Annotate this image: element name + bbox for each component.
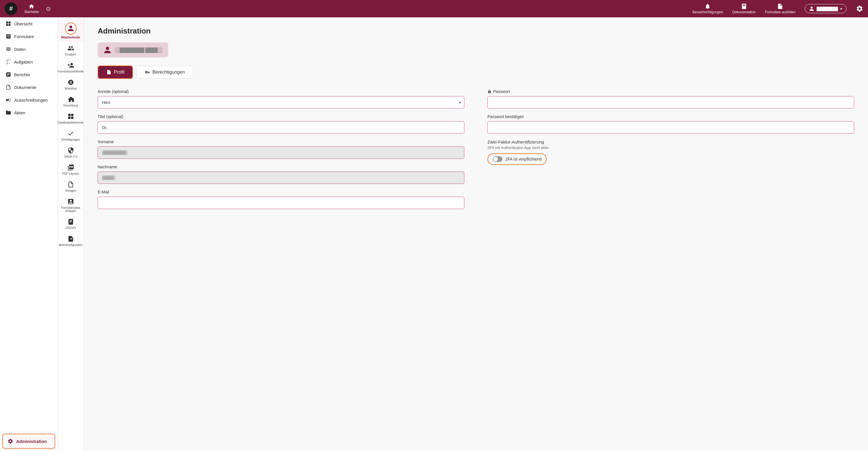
sidebar-item-akten[interactable]: Akten bbox=[0, 106, 58, 119]
titel-input[interactable] bbox=[98, 121, 464, 134]
sidebar-label-berichte: Berichte bbox=[14, 72, 30, 77]
sub-label-einwilligungen: Einwilligungen bbox=[62, 138, 80, 141]
user-banner: ████████ ████ bbox=[98, 42, 168, 58]
app-logo[interactable]: # bbox=[5, 2, 17, 15]
titel-group: Titel (optional) bbox=[98, 114, 464, 134]
tasks-icon bbox=[5, 59, 11, 65]
user-avatar-icon bbox=[103, 46, 112, 54]
sub-item-einrichtung[interactable]: Einrichtung bbox=[58, 93, 84, 110]
sub-item-dsgvo[interactable]: DSGVO bbox=[58, 215, 84, 232]
sidebar-item-uebersicht[interactable]: Übersicht bbox=[0, 17, 58, 30]
administration-nav-item[interactable]: Administration bbox=[2, 434, 55, 449]
key-icon bbox=[145, 70, 150, 75]
form-left-column: Anrede (optional) Herr Frau Divers ▾ Tit… bbox=[98, 89, 464, 215]
passwort-label: Passwort bbox=[488, 89, 854, 94]
twofa-title: Zwei-Faktor-Authentifizierung bbox=[488, 139, 854, 144]
sidebar-label-uebersicht: Übersicht bbox=[14, 21, 32, 26]
dsgvo-icon bbox=[67, 218, 74, 225]
user-name: ████████ bbox=[816, 7, 838, 11]
home-nav-item[interactable]: Startseite bbox=[24, 3, 39, 14]
branding-icon bbox=[67, 79, 74, 86]
passwort-bestaetigen-label: Passwort bestätigen bbox=[488, 114, 854, 119]
passwort-bestaetigen-group: Passwort bestätigen bbox=[488, 114, 854, 134]
sub-label-aktenkonfiguration: Aktenkonfiguration bbox=[59, 244, 83, 247]
toggle-switch[interactable] bbox=[493, 156, 502, 162]
email-group: E-Mail bbox=[98, 190, 464, 209]
passwort-bestaetigen-input[interactable] bbox=[488, 121, 854, 134]
twofa-toggle[interactable]: 2FA ist verpflichtend bbox=[488, 153, 547, 165]
notifications-nav-item[interactable]: Benachrichtigungen bbox=[692, 3, 723, 14]
vorname-input[interactable] bbox=[98, 147, 464, 159]
tab-berechtigung-label: Berechtigungen bbox=[152, 70, 185, 75]
main-layout: Übersicht Formulare Daten Aufgaben Beric… bbox=[0, 17, 868, 451]
sidebar-bottom: Administration bbox=[0, 431, 58, 451]
sub-item-vorlagen[interactable]: Vorlagen bbox=[58, 178, 84, 195]
passwort-group: Passwort bbox=[488, 89, 854, 108]
sidebar-label-ausschreibungen: Ausschreibungen bbox=[14, 98, 48, 102]
sidebar-item-daten[interactable]: Daten bbox=[0, 43, 58, 56]
sub-item-branding[interactable]: Branding bbox=[58, 76, 84, 93]
sub-item-einwilligungen[interactable]: Einwilligungen bbox=[58, 127, 84, 144]
tab-profil[interactable]: Profil bbox=[98, 66, 133, 79]
main-content: Administration ████████ ████ Profil Bere… bbox=[84, 17, 868, 451]
email-input[interactable] bbox=[98, 197, 464, 209]
megaphone-icon bbox=[5, 97, 11, 103]
sub-item-pdf[interactable]: PDF Layouts bbox=[58, 161, 84, 178]
sidebar-label-akten: Akten bbox=[14, 110, 25, 115]
chevron-down-icon: ▾ bbox=[840, 7, 842, 11]
sidebar-item-formulare[interactable]: Formulare bbox=[0, 30, 58, 43]
sub-item-dashboardelemente[interactable]: Dashboardelemente bbox=[58, 110, 84, 127]
settings-icon[interactable] bbox=[856, 5, 863, 12]
anrede-label: Anrede (optional) bbox=[98, 89, 464, 94]
nachname-input[interactable] bbox=[98, 171, 464, 184]
nachname-label: Nachname bbox=[98, 165, 464, 169]
sub-sidebar: Mitarbeitende Gruppen Formularausfüllend… bbox=[58, 17, 84, 451]
sidebar-label-aufgaben: Aufgaben bbox=[14, 60, 33, 64]
tab-berechtigung[interactable]: Berechtigungen bbox=[136, 66, 193, 78]
admin-label: Administration bbox=[16, 439, 47, 444]
pdf-icon bbox=[67, 164, 74, 171]
profile-tabs: Profil Berechtigungen bbox=[98, 66, 854, 79]
sub-label-oauth: OAuth 2.0 bbox=[64, 155, 77, 158]
dashboard-icon bbox=[67, 113, 74, 120]
documentation-label: Dokumentation bbox=[733, 10, 756, 14]
sub-item-oauth[interactable]: OAuth 2.0 bbox=[58, 144, 84, 161]
sub-item-formularausfuellende[interactable]: Formularausfüllende bbox=[58, 59, 84, 76]
sidebar-item-aufgaben[interactable]: Aufgaben bbox=[0, 56, 58, 68]
sub-label-vorlagen: Vorlagen bbox=[65, 189, 76, 192]
building-icon bbox=[67, 96, 74, 103]
sub-item-formularstatus[interactable]: Formularstatus vorlagen bbox=[58, 195, 84, 215]
bell-icon bbox=[705, 3, 711, 9]
sub-label-einrichtung: Einrichtung bbox=[63, 104, 78, 107]
passwort-input[interactable] bbox=[488, 96, 854, 108]
user-menu[interactable]: ████████ ▾ bbox=[805, 4, 847, 13]
anrede-select[interactable]: Herr Frau Divers bbox=[98, 96, 464, 108]
consent-icon bbox=[67, 130, 74, 137]
sidebar-item-berichte[interactable]: Berichte bbox=[0, 68, 58, 81]
sub-item-aktenkonfiguration[interactable]: Aktenkonfiguration bbox=[58, 232, 84, 250]
folder-icon bbox=[5, 110, 11, 116]
profile-form: Anrede (optional) Herr Frau Divers ▾ Tit… bbox=[98, 89, 854, 215]
person-icon bbox=[67, 25, 74, 32]
docs-icon bbox=[5, 84, 11, 90]
anrede-group: Anrede (optional) Herr Frau Divers ▾ bbox=[98, 89, 464, 108]
user-display-name: ████████ ████ bbox=[115, 47, 162, 53]
twofa-toggle-label: 2FA ist verpflichtend bbox=[505, 157, 541, 161]
sub-item-mitarbeitende[interactable]: Mitarbeitende bbox=[58, 20, 84, 42]
fill-forms-nav-item[interactable]: Formulare ausfüllen bbox=[765, 3, 796, 14]
admin-gear-icon bbox=[7, 438, 13, 444]
anrede-select-wrapper: Herr Frau Divers ▾ bbox=[98, 96, 464, 108]
sub-label-formularstatus: Formularstatus vorlagen bbox=[59, 206, 82, 213]
documentation-nav-item[interactable]: Dokumentation bbox=[733, 3, 756, 14]
tab-profil-label: Profil bbox=[114, 70, 124, 75]
notifications-label: Benachrichtigungen bbox=[692, 10, 723, 14]
forms-icon bbox=[5, 33, 11, 39]
email-label: E-Mail bbox=[98, 190, 464, 194]
sidebar-item-dokumente[interactable]: Dokumente bbox=[0, 81, 58, 94]
sidebar-item-ausschreibungen[interactable]: Ausschreibungen bbox=[0, 94, 58, 106]
sub-item-gruppen[interactable]: Gruppen bbox=[58, 42, 84, 59]
sub-label-dsgvo: DSGVO bbox=[65, 226, 76, 230]
grid-icon bbox=[5, 21, 11, 27]
titel-label: Titel (optional) bbox=[98, 114, 464, 119]
sub-label-formularausfuellende: Formularausfüllende bbox=[58, 70, 84, 73]
